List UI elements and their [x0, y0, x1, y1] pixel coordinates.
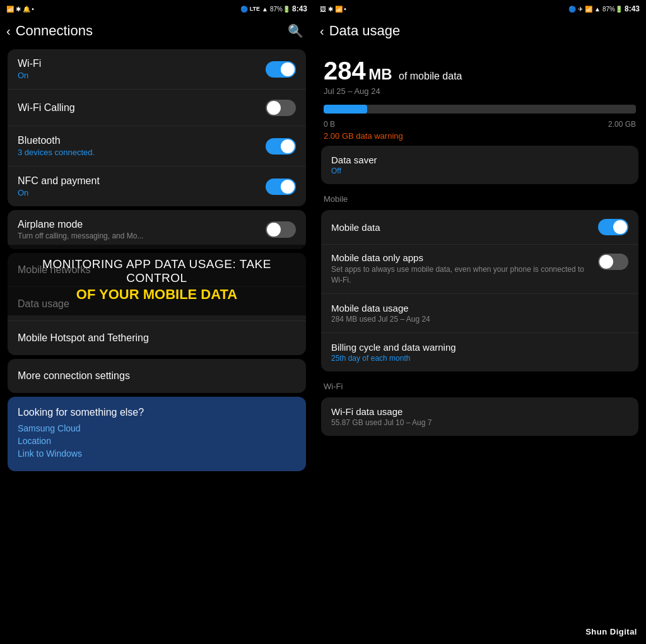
left-status-lte-icon: LTE — [250, 6, 260, 12]
mobile-data-only-item[interactable]: Mobile data only apps Set apps to always… — [321, 245, 638, 294]
wifi-data-usage-subtitle: 55.87 GB used Jul 10 – Aug 7 — [331, 418, 432, 427]
progress-min: 0 B — [324, 120, 335, 129]
right-wifi-icon: 📶 — [585, 6, 592, 13]
wifi-section-label: Wi-Fi — [314, 375, 646, 394]
mobile-data-only-toggle[interactable] — [598, 254, 628, 270]
nfc-title: NFC and payment — [18, 175, 100, 187]
wifi-data-usage-item[interactable]: Wi-Fi data usage 55.87 GB used Jul 10 – … — [321, 397, 638, 436]
right-bluetooth-icon: 🔵 — [568, 6, 576, 13]
looking-section: Looking for something else? Samsung Clou… — [8, 397, 306, 471]
left-status-bluetooth-icon: 🔵 — [240, 6, 248, 13]
mobile-data-item[interactable]: Mobile data — [321, 210, 638, 245]
mobile-settings-group: Mobile data Mobile data only apps Set ap… — [321, 210, 638, 372]
left-back-button[interactable]: ‹ — [6, 24, 11, 38]
left-status-icons-text: 📶 ✱ 🔔 • — [6, 6, 34, 13]
progress-labels: 0 B 2.00 GB — [324, 120, 636, 129]
looking-title: Looking for something else? — [18, 407, 296, 418]
mobile-data-usage-title: Mobile data usage — [331, 303, 430, 313]
bluetooth-toggle[interactable] — [266, 138, 296, 155]
watermark-text: Shun Digital — [585, 627, 637, 636]
wifi-setting-item[interactable]: Wi-Fi On — [8, 49, 306, 90]
nfc-subtitle: On — [18, 188, 100, 197]
overlay-line1: MONITORING APP DATA USAGE: TAKE CONTROL — [13, 257, 301, 285]
wifi-data-usage-title: Wi-Fi data usage — [331, 406, 432, 417]
right-signal-icon: ▲ — [594, 6, 601, 13]
right-time: 8:43 — [625, 4, 640, 13]
left-time: 8:43 — [292, 4, 307, 13]
mobile-data-usage-subtitle: 284 MB used Jul 25 – Aug 24 — [331, 315, 430, 324]
mobile-data-toggle[interactable] — [598, 219, 628, 235]
left-toggle-group: Wi-Fi On Wi-Fi Calling Bluetooth — [8, 49, 306, 206]
wifi-data-usage-text: Wi-Fi data usage 55.87 GB used Jul 10 – … — [331, 406, 432, 427]
mobile-data-only-text: Mobile data only apps Set apps to always… — [331, 252, 592, 286]
bluetooth-knob — [281, 139, 295, 153]
overlay-text-block: MONITORING APP DATA USAGE: TAKE CONTROL … — [0, 245, 314, 315]
hotspot-title: Mobile Hotspot and Tethering — [18, 332, 149, 344]
data-progress-bar — [324, 105, 367, 114]
nfc-toggle[interactable] — [266, 179, 296, 195]
mobile-data-text: Mobile data — [331, 222, 380, 233]
bluetooth-item[interactable]: Bluetooth 3 devices connected. — [8, 126, 306, 167]
left-search-button[interactable]: 🔍 — [288, 23, 303, 38]
left-status-right-icons: 🔵 LTE ▲ 87%🔋 8:43 — [240, 4, 307, 13]
billing-cycle-subtitle: 25th day of each month — [331, 354, 456, 363]
mobile-data-usage-item[interactable]: Mobile data usage 284 MB used Jul 25 – A… — [321, 294, 638, 333]
nfc-item[interactable]: NFC and payment On — [8, 167, 306, 206]
wifi-settings-group: Wi-Fi data usage 55.87 GB used Jul 10 – … — [321, 397, 638, 436]
right-back-button[interactable]: ‹ — [320, 24, 324, 38]
data-saver-group: Data saver Off — [321, 146, 638, 184]
left-top-nav: ‹ Connections 🔍 — [0, 18, 314, 47]
data-amount-row: 284 MB of mobile data — [324, 57, 636, 85]
more-connection-group: More connection settings — [8, 359, 306, 393]
left-page-title: Connections — [16, 23, 288, 39]
wifi-calling-item[interactable]: Wi-Fi Calling — [8, 90, 306, 126]
nfc-knob — [281, 180, 295, 194]
right-status-icons-text: 🖼 ✱ 📶 • — [320, 6, 346, 13]
wifi-item-text: Wi-Fi On — [18, 58, 41, 80]
airplane-subtitle: Turn off calling, messaging, and Mo... — [18, 231, 143, 240]
billing-cycle-item[interactable]: Billing cycle and data warning 25th day … — [321, 333, 638, 372]
billing-cycle-title: Billing cycle and data warning — [331, 342, 456, 353]
wifi-toggle-knob — [281, 62, 295, 76]
mobile-data-knob — [613, 220, 627, 234]
left-status-bar: 📶 ✱ 🔔 • 🔵 LTE ▲ 87%🔋 8:43 — [0, 0, 314, 18]
mobile-data-title: Mobile data — [331, 222, 380, 233]
mobile-data-usage-text: Mobile data usage 284 MB used Jul 25 – A… — [331, 303, 430, 324]
data-saver-item[interactable]: Data saver Off — [321, 146, 638, 184]
samsung-cloud-link[interactable]: Samsung Cloud — [18, 423, 296, 433]
mobile-data-only-subtitle: Set apps to always use mobile data, even… — [331, 264, 592, 286]
wifi-calling-text: Wi-Fi Calling — [18, 102, 75, 114]
airplane-toggle[interactable] — [266, 221, 296, 238]
link-to-windows-link[interactable]: Link to Windows — [18, 448, 296, 459]
location-link[interactable]: Location — [18, 436, 296, 446]
wifi-toggle[interactable] — [266, 61, 296, 78]
right-airplane-icon: ✈ — [578, 6, 583, 13]
mobile-data-only-title: Mobile data only apps — [331, 252, 592, 263]
right-battery-text: 87%🔋 — [602, 6, 623, 13]
more-connection-title: More connection settings — [18, 370, 130, 382]
right-status-bar: 🖼 ✱ 📶 • 🔵 ✈ 📶 ▲ 87%🔋 8:43 — [314, 0, 646, 18]
wifi-calling-knob — [267, 101, 281, 115]
mobile-data-only-knob — [599, 255, 613, 269]
data-amount-unit: MB — [368, 66, 392, 83]
wifi-subtitle: On — [18, 71, 41, 80]
right-status-right-icons: 🔵 ✈ 📶 ▲ 87%🔋 8:43 — [568, 4, 640, 13]
right-status-left-icons: 🖼 ✱ 📶 • — [320, 6, 346, 13]
wifi-calling-toggle[interactable] — [266, 100, 296, 116]
data-progress-container — [324, 105, 636, 114]
more-connection-item[interactable]: More connection settings — [8, 359, 306, 393]
bluetooth-text: Bluetooth 3 devices connected. — [18, 135, 95, 157]
airplane-mode-item[interactable]: Airplane mode Turn off calling, messagin… — [8, 210, 306, 249]
data-saver-subtitle: Off — [331, 167, 377, 175]
hotspot-item[interactable]: Mobile Hotspot and Tethering — [8, 321, 306, 355]
right-panel: 🖼 ✱ 📶 • 🔵 ✈ 📶 ▲ 87%🔋 8:43 ‹ Data usage 2… — [314, 0, 646, 644]
airplane-title: Airplane mode — [18, 219, 143, 230]
airplane-knob — [267, 223, 281, 237]
left-battery-text: 87%🔋 — [270, 6, 290, 13]
bluetooth-title: Bluetooth — [18, 135, 95, 146]
bluetooth-subtitle: 3 devices connected. — [18, 148, 95, 157]
mobile-section-label: Mobile — [314, 188, 646, 206]
data-saver-title: Data saver — [331, 155, 377, 165]
data-amount-big: 284 — [324, 57, 366, 85]
billing-cycle-text: Billing cycle and data warning 25th day … — [331, 342, 456, 363]
